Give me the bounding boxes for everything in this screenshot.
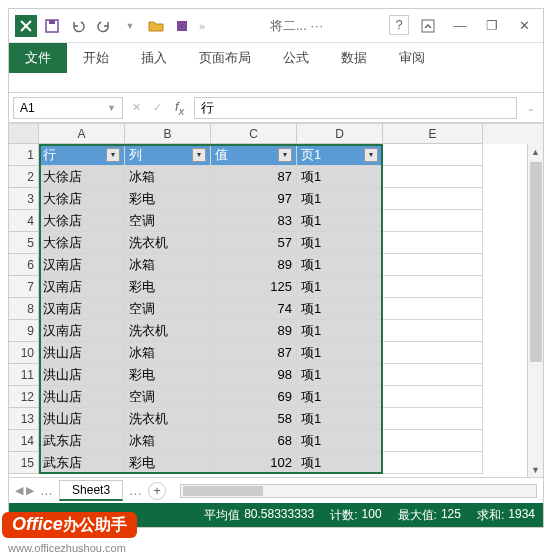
table-row[interactable]: 11洪山店彩电98项1 — [9, 364, 543, 386]
cell[interactable]: 汉南店 — [39, 254, 125, 276]
cell[interactable]: 彩电 — [125, 276, 211, 298]
row-header[interactable]: 2 — [9, 166, 39, 188]
table-row[interactable]: 13洪山店洗衣机58项1 — [9, 408, 543, 430]
confirm-icon[interactable]: ✓ — [150, 101, 165, 114]
cell[interactable] — [383, 342, 483, 364]
cell[interactable]: 项1 — [297, 298, 383, 320]
cell[interactable] — [383, 232, 483, 254]
col-header-a[interactable]: A — [39, 124, 125, 144]
cell[interactable]: 洗衣机 — [125, 232, 211, 254]
cell[interactable]: 项1 — [297, 364, 383, 386]
cell[interactable] — [383, 408, 483, 430]
cell[interactable]: 89 — [211, 254, 297, 276]
cell[interactable]: 空调 — [125, 386, 211, 408]
restore-button[interactable]: ❐ — [479, 15, 505, 37]
sheet-nav[interactable]: ◀ ▶ — [15, 484, 34, 497]
table-row[interactable]: 4大徐店空调83项1 — [9, 210, 543, 232]
cell[interactable]: 项1 — [297, 188, 383, 210]
cell[interactable]: 97 — [211, 188, 297, 210]
scroll-thumb[interactable] — [530, 162, 542, 362]
sheet-more-right[interactable]: … — [129, 483, 142, 498]
cell[interactable]: 洗衣机 — [125, 408, 211, 430]
cancel-icon[interactable]: ✕ — [129, 101, 144, 114]
cell[interactable]: 项1 — [297, 342, 383, 364]
formula-expand-icon[interactable]: ⌄ — [523, 103, 539, 113]
cell[interactable]: 冰箱 — [125, 254, 211, 276]
cell[interactable]: 大徐店 — [39, 188, 125, 210]
table-row[interactable]: 14武东店冰箱68项1 — [9, 430, 543, 452]
table-header-cell[interactable]: 行▾ — [39, 144, 125, 166]
table-header-cell[interactable]: 列▾ — [125, 144, 211, 166]
undo-icon[interactable] — [69, 17, 87, 35]
col-header-c[interactable]: C — [211, 124, 297, 144]
cell[interactable]: 大徐店 — [39, 210, 125, 232]
cell[interactable]: 68 — [211, 430, 297, 452]
tab-formulas[interactable]: 公式 — [267, 43, 325, 73]
vertical-scrollbar[interactable]: ▲ ▼ — [527, 144, 543, 477]
table-row[interactable]: 3大徐店彩电97项1 — [9, 188, 543, 210]
grid-body[interactable]: 1行▾列▾值▾页1▾2大徐店冰箱87项13大徐店彩电97项14大徐店空调83项1… — [9, 144, 543, 474]
cell[interactable]: 98 — [211, 364, 297, 386]
row-header[interactable]: 8 — [9, 298, 39, 320]
open-icon[interactable] — [147, 17, 165, 35]
tab-file[interactable]: 文件 — [9, 43, 67, 73]
col-header-b[interactable]: B — [125, 124, 211, 144]
cell[interactable]: 89 — [211, 320, 297, 342]
cell[interactable]: 洪山店 — [39, 364, 125, 386]
row-header[interactable]: 12 — [9, 386, 39, 408]
row-header[interactable]: 13 — [9, 408, 39, 430]
filter-dropdown-icon[interactable]: ▾ — [278, 148, 292, 162]
fx-icon[interactable]: fx — [171, 99, 188, 117]
table-row[interactable]: 6汉南店冰箱89项1 — [9, 254, 543, 276]
cell[interactable] — [383, 188, 483, 210]
cell[interactable]: 冰箱 — [125, 342, 211, 364]
cell[interactable]: 彩电 — [125, 188, 211, 210]
horizontal-scrollbar[interactable] — [180, 484, 537, 498]
cell[interactable]: 大徐店 — [39, 166, 125, 188]
cell[interactable]: 项1 — [297, 276, 383, 298]
cell[interactable] — [383, 320, 483, 342]
table-row[interactable]: 12洪山店空调69项1 — [9, 386, 543, 408]
quick-print-icon[interactable] — [173, 17, 191, 35]
filter-dropdown-icon[interactable]: ▾ — [192, 148, 206, 162]
cell[interactable] — [383, 144, 483, 166]
minimize-button[interactable]: — — [447, 15, 473, 37]
formula-bar[interactable]: 行 — [194, 97, 517, 119]
redo-icon[interactable] — [95, 17, 113, 35]
filter-dropdown-icon[interactable]: ▾ — [364, 148, 378, 162]
row-header[interactable]: 14 — [9, 430, 39, 452]
cell[interactable]: 彩电 — [125, 364, 211, 386]
tab-review[interactable]: 审阅 — [383, 43, 441, 73]
cell[interactable]: 项1 — [297, 210, 383, 232]
add-sheet-button[interactable]: + — [148, 482, 166, 500]
table-row[interactable]: 15武东店彩电102项1 — [9, 452, 543, 474]
row-header[interactable]: 7 — [9, 276, 39, 298]
table-row[interactable]: 10洪山店冰箱87项1 — [9, 342, 543, 364]
row-header[interactable]: 5 — [9, 232, 39, 254]
col-header-e[interactable]: E — [383, 124, 483, 144]
cell[interactable]: 74 — [211, 298, 297, 320]
cell[interactable]: 项1 — [297, 430, 383, 452]
filter-dropdown-icon[interactable]: ▾ — [106, 148, 120, 162]
select-all-corner[interactable] — [9, 124, 39, 144]
row-header[interactable]: 1 — [9, 144, 39, 166]
tab-data[interactable]: 数据 — [325, 43, 383, 73]
save-icon[interactable] — [43, 17, 61, 35]
cell[interactable] — [383, 298, 483, 320]
cell[interactable] — [383, 276, 483, 298]
scroll-up-icon[interactable]: ▲ — [528, 144, 543, 160]
cell[interactable]: 武东店 — [39, 452, 125, 474]
cell[interactable]: 洪山店 — [39, 386, 125, 408]
cell[interactable] — [383, 430, 483, 452]
cell[interactable]: 项1 — [297, 386, 383, 408]
cell[interactable]: 项1 — [297, 408, 383, 430]
sheet-tab-active[interactable]: Sheet3 — [59, 480, 123, 501]
cell[interactable]: 彩电 — [125, 452, 211, 474]
tab-insert[interactable]: 插入 — [125, 43, 183, 73]
row-header[interactable]: 3 — [9, 188, 39, 210]
cell[interactable] — [383, 364, 483, 386]
name-box[interactable]: A1 ▼ — [13, 97, 123, 119]
ribbon-options-icon[interactable] — [415, 15, 441, 37]
cell[interactable]: 汉南店 — [39, 298, 125, 320]
row-header[interactable]: 15 — [9, 452, 39, 474]
